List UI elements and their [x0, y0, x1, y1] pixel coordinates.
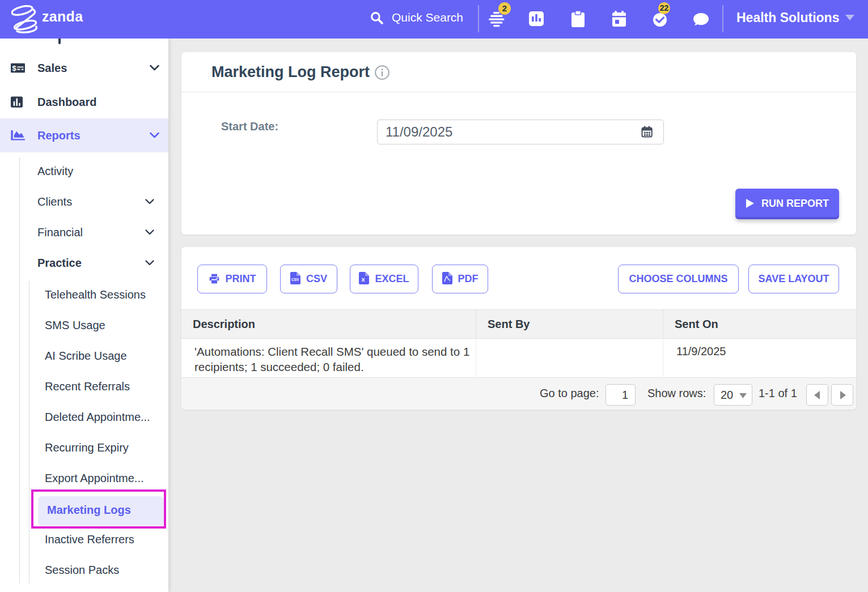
svg-text:CSV: CSV [291, 278, 299, 282]
svg-text:$: $ [12, 64, 17, 73]
svg-text:x: x [362, 276, 366, 283]
